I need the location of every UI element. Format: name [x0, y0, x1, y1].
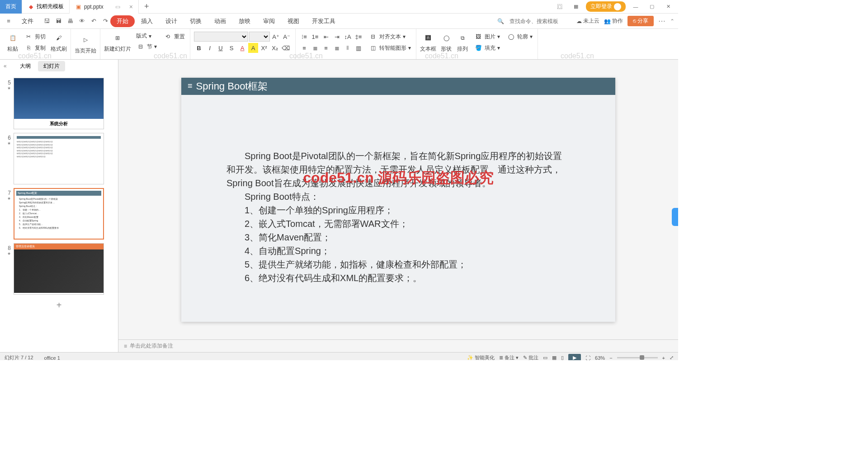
- search-input[interactable]: [509, 17, 572, 25]
- subscript-button[interactable]: X₂: [270, 43, 280, 53]
- zoom-slider[interactable]: [617, 357, 658, 358]
- close-icon[interactable]: ×: [129, 3, 133, 10]
- grid-icon[interactable]: ▦: [570, 2, 582, 11]
- font-size-select[interactable]: [249, 32, 270, 42]
- smartart-button[interactable]: ◫转智能图形 ▾: [367, 43, 412, 53]
- tab-home[interactable]: 首页: [0, 0, 22, 14]
- more-icon[interactable]: ⋯: [658, 17, 665, 25]
- shrink-font-button[interactable]: A⁻: [282, 32, 292, 42]
- tab-document[interactable]: ▣ ppt.pptx ▭ ×: [70, 0, 139, 14]
- align-center-button[interactable]: ≣: [310, 43, 320, 53]
- thumbnail-5[interactable]: 系统分析: [14, 78, 104, 129]
- align-text-button[interactable]: ⊟对齐文本 ▾: [367, 32, 412, 42]
- bullets-button[interactable]: ⁝≡: [299, 32, 309, 42]
- fit-page-icon[interactable]: ⤢: [670, 355, 674, 360]
- menu-transition[interactable]: 切换: [184, 15, 208, 27]
- beautify-button[interactable]: ✨ 智能美化: [467, 354, 495, 360]
- align-justify-button[interactable]: ≣: [332, 43, 342, 53]
- underline-button[interactable]: U: [216, 43, 226, 53]
- numbering-button[interactable]: 1≡: [310, 32, 320, 42]
- add-slide-button[interactable]: +: [0, 296, 118, 314]
- align-right-button[interactable]: ≡: [321, 43, 331, 53]
- save-icon[interactable]: 🖫: [42, 16, 52, 26]
- tab-outline[interactable]: 大纲: [14, 61, 36, 71]
- menu-design[interactable]: 设计: [159, 15, 184, 27]
- align-left-button[interactable]: ≡: [299, 43, 309, 53]
- cut-button[interactable]: ✂剪切: [23, 32, 47, 42]
- zoom-thumb[interactable]: [640, 355, 644, 360]
- paste-button[interactable]: 📋粘贴: [6, 32, 19, 53]
- indent-dec-button[interactable]: ⇤: [321, 32, 331, 42]
- menu-view[interactable]: 视图: [281, 15, 306, 27]
- shape-button[interactable]: ◯形状: [440, 32, 453, 53]
- columns-button[interactable]: ▥: [354, 43, 363, 53]
- format-painter-button[interactable]: 🖌格式刷: [51, 32, 67, 53]
- copy-button[interactable]: ⎘复制: [23, 43, 47, 53]
- tab-presenter-icon[interactable]: ▭: [115, 4, 120, 10]
- menu-insert[interactable]: 插入: [135, 15, 159, 27]
- thumbnail-7[interactable]: Spring Boot框架Spring Boot是Pivotal团队的一个新框架…: [14, 188, 104, 240]
- menu-animation[interactable]: 动画: [208, 15, 232, 27]
- picture-button[interactable]: 🖼图片 ▾: [472, 32, 501, 42]
- add-tab-button[interactable]: +: [139, 2, 155, 11]
- slideshow-button[interactable]: ▶: [568, 354, 581, 361]
- slide-body[interactable]: Spring Boot是Pivotal团队的一个新框架，旨在简化新Spring应…: [181, 95, 615, 294]
- reset-button[interactable]: ⟲重置: [162, 32, 186, 42]
- zoom-value[interactable]: 63%: [595, 355, 605, 361]
- tab-templates[interactable]: ◆ 找稻壳模板: [22, 0, 70, 14]
- share-button[interactable]: ⎋ 分享: [627, 16, 654, 26]
- sorter-view-icon[interactable]: ▦: [552, 355, 557, 360]
- slide-viewport[interactable]: ≡ Spring Boot框架 Spring Boot是Pivotal团队的一个…: [118, 60, 678, 339]
- italic-button[interactable]: I: [205, 43, 215, 53]
- redo-icon[interactable]: ↷: [100, 16, 110, 26]
- tab-slides[interactable]: 幻灯片: [38, 61, 65, 71]
- print-icon[interactable]: 🖶: [65, 16, 75, 26]
- highlight-button[interactable]: A: [248, 43, 258, 53]
- clear-format-button[interactable]: ⌫: [281, 43, 291, 53]
- layout-button[interactable]: 版式 ▾: [135, 32, 158, 40]
- menu-review[interactable]: 审阅: [257, 15, 281, 27]
- minimize-button[interactable]: —: [629, 2, 642, 11]
- chevron-icon[interactable]: ⌃: [670, 18, 675, 24]
- menu-start[interactable]: 开始: [110, 15, 135, 27]
- thumbnail-6[interactable]: 研究内容研究内容研究内容研究内容研究内容研究内容研究内容研究内容研究内容研究内容…: [14, 133, 104, 184]
- undo-icon[interactable]: ↶: [89, 16, 99, 26]
- notes-toggle[interactable]: ≣ 备注 ▾: [499, 354, 519, 360]
- font-family-select[interactable]: [194, 32, 248, 42]
- textbox-button[interactable]: 🅰文本框: [420, 32, 436, 53]
- maximize-button[interactable]: ▢: [646, 2, 658, 11]
- slide[interactable]: ≡ Spring Boot框架 Spring Boot是Pivotal团队的一个…: [181, 78, 615, 322]
- menu-icon[interactable]: ≡: [4, 16, 14, 26]
- strike-button[interactable]: S: [226, 43, 236, 53]
- menu-devtools[interactable]: 开发工具: [306, 15, 342, 27]
- bold-button[interactable]: B: [194, 43, 204, 53]
- zoom-out-button[interactable]: −: [609, 355, 612, 361]
- cloud-button[interactable]: ☁ 未上云: [576, 17, 599, 25]
- preview-icon[interactable]: 👁: [77, 16, 87, 26]
- thumbnail-list[interactable]: 5★ 系统分析 6★ 研究内容研究内容研究内容研究内容研究内容研究内容研究内容研…: [0, 72, 118, 352]
- notes-bar[interactable]: ≡ 单击此处添加备注: [118, 339, 678, 352]
- fill-button[interactable]: 🪣填充 ▾: [472, 43, 501, 53]
- section-button[interactable]: ⊟节 ▾: [135, 42, 158, 52]
- normal-view-icon[interactable]: ▭: [543, 355, 547, 360]
- login-button[interactable]: 立即登录: [586, 1, 626, 12]
- distribute-button[interactable]: ⫴: [343, 43, 353, 53]
- thumbnail-8[interactable]: 管理员登录模块: [14, 243, 104, 295]
- play-page-button[interactable]: ▷当页开始: [75, 33, 96, 55]
- collab-button[interactable]: 👥 协作: [604, 17, 623, 25]
- comments-toggle[interactable]: ✎ 批注: [523, 354, 538, 360]
- outline-button[interactable]: ◯轮廓 ▾: [505, 32, 534, 42]
- fit-icon[interactable]: ⛶: [585, 355, 590, 361]
- line-spacing-button[interactable]: ‡≡: [354, 32, 363, 42]
- menu-slideshow[interactable]: 放映: [232, 15, 257, 27]
- indent-inc-button[interactable]: ⇥: [332, 32, 342, 42]
- right-drawer-handle[interactable]: [672, 208, 678, 226]
- font-color-button[interactable]: A: [237, 43, 247, 53]
- layout-icon[interactable]: ⿴: [553, 2, 566, 11]
- close-window-button[interactable]: ✕: [662, 2, 675, 11]
- zoom-in-button[interactable]: +: [662, 355, 665, 361]
- new-slide-button[interactable]: ⊞新建幻灯片: [104, 32, 131, 53]
- saveas-icon[interactable]: 🖬: [53, 16, 63, 26]
- menu-file[interactable]: 文件: [15, 15, 40, 27]
- arrange-button[interactable]: ⧉排列: [456, 32, 469, 53]
